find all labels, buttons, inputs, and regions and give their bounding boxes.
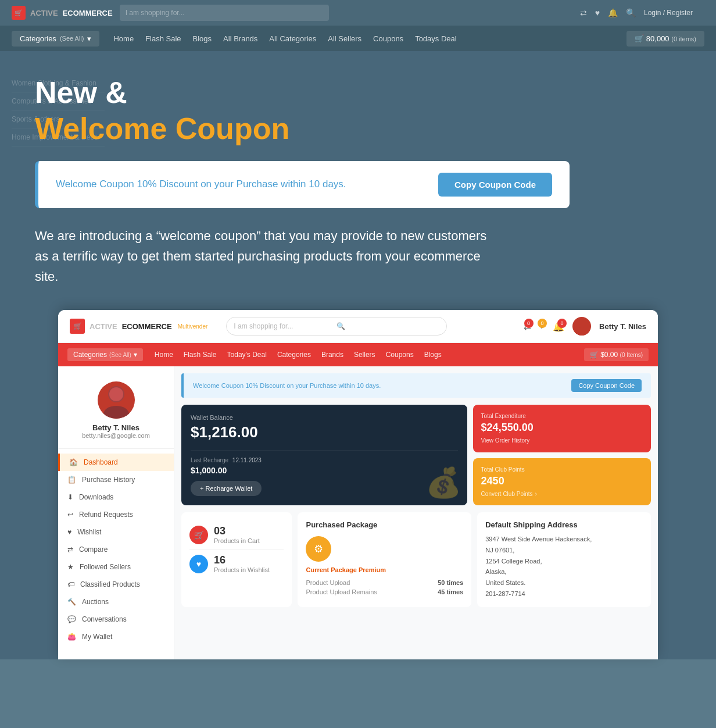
- top-navbar: 🛒 ACTIVE ECOMMERCE I am shopping for... …: [0, 0, 716, 26]
- db-copy-coupon-button[interactable]: Copy Coupon Code: [571, 379, 642, 392]
- hero-description: We are introducing a “welcome coupon” th…: [35, 226, 488, 287]
- dashboard-preview: 🛒 ACTIVE ECOMMERCE Multivender I am shop…: [58, 310, 658, 659]
- nav-link-blogs[interactable]: Blogs: [193, 34, 212, 43]
- nav-link-all-categories[interactable]: All Categories: [269, 34, 316, 43]
- db-categories-dropdown[interactable]: Categories (See All) ▾: [67, 348, 143, 361]
- db-logo-tagline: Multivender: [178, 323, 208, 330]
- package-row-upload: Product Upload 50 times: [306, 578, 463, 587]
- db-logo: 🛒 ACTIVE ECOMMERCE Multivender: [70, 319, 207, 334]
- svg-point-0: [578, 320, 586, 328]
- db-logo-ec: ECOMMERCE: [122, 322, 172, 331]
- db-search-bar[interactable]: I am shopping for... 🔍: [226, 317, 447, 336]
- wallet-recharge-date: 12.11.2023: [232, 457, 262, 463]
- wishlist-label: Products in Wishlist: [214, 566, 270, 573]
- wishlist-stat-item: ♥ 16 Products in Wishlist: [189, 549, 284, 578]
- search-icon[interactable]: 🔍: [626, 8, 636, 17]
- coupon-text: Welcome Coupon 10% Discount on your Purc…: [56, 179, 346, 190]
- wallet-icon: 👛: [67, 633, 76, 641]
- logo-active-text: ACTIVE: [30, 9, 58, 17]
- convert-club-points-link[interactable]: Convert Club Points ›: [481, 491, 643, 497]
- sidebar-item-compare[interactable]: ⇄ Compare: [58, 541, 174, 558]
- expenditure-amount: $24,550.00: [481, 422, 643, 434]
- db-nav-deal[interactable]: Today's Deal: [227, 351, 267, 359]
- club-points-card: Total Club Points 2450 Convert Club Poin…: [473, 458, 651, 506]
- notifications-icon[interactable]: 🔔: [608, 8, 618, 17]
- db-nav-home[interactable]: Home: [155, 351, 173, 359]
- refund-icon: ↩: [67, 511, 73, 519]
- db-chevron-icon: ▾: [134, 351, 137, 359]
- sidebar-item-followed-sellers[interactable]: ★ Followed Sellers: [58, 558, 174, 576]
- sidebar-item-auctions[interactable]: 🔨 Auctions: [58, 593, 174, 611]
- db-nav-categories[interactable]: Categories: [277, 351, 311, 359]
- sidebar-item-purchase-history[interactable]: 📋 Purchase History: [58, 471, 174, 488]
- hero-text: New & Welcome Coupon: [35, 74, 681, 147]
- db-nav-sellers[interactable]: Sellers: [354, 351, 375, 359]
- db-nav-flash[interactable]: Flash Sale: [184, 351, 217, 359]
- db-nav-blogs[interactable]: Blogs: [424, 351, 442, 359]
- wallet-recharge-amount: $1,000.00: [191, 466, 458, 475]
- sidebar-item-dashboard[interactable]: 🏠 Dashboard: [58, 454, 174, 471]
- cart-stat-item: 🛒 03 Products in Cart: [189, 520, 284, 549]
- nav-link-all-sellers[interactable]: All Sellers: [328, 34, 361, 43]
- nav-actions: ⇄ ♥ 🔔 🔍 Login / Register: [568, 0, 704, 26]
- db-cat-label: Categories: [73, 351, 107, 359]
- wishlist-stat-info: 16 Products in Wishlist: [214, 554, 270, 573]
- sidebar-item-my-wallet[interactable]: 👛 My Wallet: [58, 628, 174, 645]
- address-line4: Alaska,: [485, 568, 506, 575]
- wishlist-badge: 0: [538, 319, 547, 328]
- address-text: 3947 West Side Avenue Hackensack, NJ 076…: [485, 534, 643, 599]
- search-bar[interactable]: I am shopping for...: [120, 5, 329, 21]
- login-button[interactable]: Login / Register: [644, 9, 693, 17]
- db-cart-button[interactable]: 🛒 $0.00 (0 Items): [584, 348, 649, 361]
- sidebar-item-refund[interactable]: ↩ Refund Requests: [58, 506, 174, 523]
- site-logo: 🛒 ACTIVE ECOMMERCE: [12, 6, 113, 20]
- db-coupon-text: Welcome Coupon 10% Discount on your Purc…: [193, 382, 381, 389]
- cart-button[interactable]: 🛒 80,000 (0 items): [627, 31, 704, 47]
- main-nav-links: Home Flash Sale Blogs All Brands All Cat…: [113, 34, 456, 43]
- star-icon: ★: [67, 563, 74, 571]
- db-coupon-banner: Welcome Coupon 10% Discount on your Purc…: [181, 373, 651, 398]
- compare-badge: 0: [524, 319, 534, 328]
- sidebar-label-dashboard: Dashboard: [84, 458, 118, 466]
- address-phone: 201-287-7714: [485, 590, 525, 597]
- hero-section: Women Clothing & Fashion Computers & Acc…: [0, 51, 716, 659]
- svg-point-1: [575, 329, 589, 336]
- recharge-wallet-button[interactable]: + Recharge Wallet: [191, 481, 262, 496]
- nav-link-flash-sale[interactable]: Flash Sale: [145, 34, 181, 43]
- db-nav-coupons[interactable]: Coupons: [386, 351, 414, 359]
- db-body: Betty T. Niles betty.niles@google.com 🏠 …: [58, 366, 658, 659]
- address-line2: NJ 07601,: [485, 547, 514, 554]
- db-nav-brands[interactable]: Brands: [321, 351, 343, 359]
- categories-dropdown[interactable]: Categories (See All) ▾: [12, 31, 99, 47]
- club-points-amount: 2450: [481, 475, 643, 487]
- sidebar-item-classified[interactable]: 🏷 Classified Products: [58, 576, 174, 593]
- nav-link-all-brands[interactable]: All Brands: [223, 34, 257, 43]
- sidebar-label-followed: Followed Sellers: [80, 563, 131, 571]
- compare-icon[interactable]: ⇄: [580, 8, 587, 17]
- db-logo-icon: 🛒: [70, 319, 85, 334]
- wallet-recharge-label: Last Recharge 12.11.2023: [191, 457, 458, 463]
- db-wishlist-icon[interactable]: ♥ 0: [539, 321, 545, 331]
- sidebar-item-conversations[interactable]: 💬 Conversations: [58, 611, 174, 628]
- db-notifications-icon[interactable]: 🔔 0: [553, 321, 564, 332]
- wishlist-icon[interactable]: ♥: [595, 8, 600, 17]
- logo-icon: 🛒: [12, 6, 26, 20]
- see-all-label: (See All): [60, 35, 84, 42]
- copy-coupon-button[interactable]: Copy Coupon Code: [438, 173, 552, 197]
- sidebar-item-downloads[interactable]: ⬇ Downloads: [58, 488, 174, 506]
- db-catbar: Categories (See All) ▾ Home Flash Sale T…: [58, 343, 658, 366]
- package-title: Purchased Package: [306, 520, 463, 529]
- nav-link-coupons[interactable]: Coupons: [373, 34, 403, 43]
- db-bottom-row: 🛒 03 Products in Cart ♥ 16 Products in W…: [181, 512, 651, 607]
- db-username[interactable]: Betty T. Niles: [599, 322, 646, 331]
- sidebar-item-wishlist[interactable]: ♥ Wishlist: [58, 523, 174, 541]
- address-line3: 1254 College Road,: [485, 558, 542, 565]
- nav-link-home[interactable]: Home: [113, 34, 134, 43]
- heart-icon: ♥: [67, 528, 71, 536]
- db-actions: ⇄ 0 ♥ 0 🔔 0 Betty T. Niles: [524, 317, 646, 336]
- view-order-history-link[interactable]: View Order History: [481, 437, 643, 444]
- nav-link-todays-deal[interactable]: Todays Deal: [415, 34, 457, 43]
- package-upload-label: Product Upload: [306, 579, 350, 586]
- chevron-right-icon-2: ›: [535, 491, 537, 497]
- db-compare-icon[interactable]: ⇄ 0: [524, 321, 531, 332]
